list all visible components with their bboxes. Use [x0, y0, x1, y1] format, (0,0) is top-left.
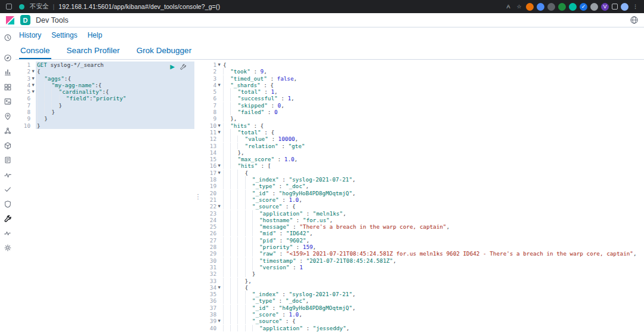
menu-link-history[interactable]: History	[19, 31, 41, 39]
code-row: 7 "skipped" : 0,	[202, 102, 644, 109]
extension-blue-icon[interactable]	[537, 3, 544, 11]
gutter: 25	[202, 223, 222, 230]
fold-caret-icon	[216, 297, 222, 304]
visualize-icon	[4, 68, 12, 76]
fold-caret-icon[interactable]: ▼	[216, 162, 222, 169]
send-request-button[interactable]: ▶	[170, 64, 175, 70]
panel-resizer[interactable]: ⋮	[194, 62, 202, 332]
tab-grok-debugger[interactable]: Grok Debugger	[135, 46, 193, 59]
sidebar-item-canvas[interactable]	[0, 94, 16, 109]
line-number: 1	[202, 62, 216, 68]
sidebar-item-machine-learning[interactable]	[0, 124, 16, 139]
sidebar-item-logs[interactable]	[0, 153, 16, 168]
gutter: 4▼	[16, 82, 36, 88]
menu-link-help[interactable]: Help	[88, 31, 103, 39]
browser-menu-icon[interactable]: ⋮	[631, 3, 639, 11]
fold-caret-icon	[216, 183, 222, 189]
code-line: "_index" : "syslog-2021-07-21",	[222, 176, 644, 183]
line-number: 29	[202, 250, 216, 257]
extension-gray-icon[interactable]	[547, 3, 555, 11]
code-line: "_source" : {	[222, 203, 644, 210]
fold-caret-icon	[30, 102, 36, 109]
extension-lightgray-icon[interactable]	[590, 3, 598, 11]
tab-favicon-dot	[17, 2, 26, 11]
code-row: 29 "raw" : "<159>1 2021-07-21T08:45:24.5…	[202, 250, 644, 257]
fold-caret-icon[interactable]: ▼	[216, 318, 222, 324]
side-panel-icon[interactable]	[5, 2, 13, 11]
line-number: 12	[202, 136, 216, 142]
security-label[interactable]: 不安全	[30, 2, 49, 11]
extension-purple-icon[interactable]: V	[601, 3, 609, 11]
code-row: 33 },	[202, 278, 644, 284]
sidebar-item-uptime[interactable]	[0, 182, 16, 197]
sidebar-item-discover[interactable]	[0, 51, 16, 66]
line-number: 30	[202, 257, 216, 264]
fold-caret-icon[interactable]: ▼	[216, 62, 222, 68]
gutter: 15	[202, 156, 222, 162]
fold-caret-icon	[216, 217, 222, 223]
tab-console[interactable]: Console	[19, 46, 51, 59]
line-number: 33	[202, 278, 216, 284]
fold-caret-icon[interactable]: ▼	[216, 170, 222, 176]
extension-green-icon[interactable]	[558, 3, 566, 11]
kibana-logo-icon[interactable]	[5, 16, 15, 25]
line-number: 20	[202, 190, 216, 196]
fold-caret-icon	[216, 291, 222, 297]
extensions-puzzle-icon[interactable]	[612, 4, 618, 10]
menu-link-settings[interactable]: Settings	[51, 31, 77, 39]
extension-teal-icon[interactable]	[569, 3, 577, 11]
sidebar-item-stack-monitoring[interactable]	[0, 226, 16, 241]
sidebar-item-apm[interactable]	[0, 168, 16, 183]
address-bar[interactable]: 192.168.1.41:5601/app/kibana#/dev_tools/…	[58, 3, 220, 10]
apm-icon	[4, 171, 12, 179]
fold-caret-icon[interactable]: ▼	[216, 284, 222, 291]
sidebar-item-management[interactable]	[0, 241, 16, 256]
fold-caret-icon	[216, 95, 222, 102]
sidebar-item-visualize[interactable]	[0, 65, 16, 80]
dashboard-icon	[4, 83, 12, 91]
globe-icon[interactable]	[630, 16, 639, 24]
fold-caret-icon[interactable]: ▼	[216, 122, 222, 129]
request-editor[interactable]: 1GET syslog-*/_search2▼{3▼ "aggs":{4▼ "m…	[16, 62, 194, 332]
line-number: 18	[202, 176, 216, 183]
code-line: "raw" : "<159>1 2021-07-21T08:45:24.581Z…	[222, 250, 644, 257]
space-badge[interactable]: D	[20, 15, 30, 25]
sidebar-nav-rail	[0, 27, 16, 332]
sync-check-icon[interactable]: ✓	[580, 3, 587, 11]
stack-monitoring-icon	[4, 229, 12, 238]
sidebar-item-siem[interactable]	[0, 197, 16, 212]
sidebar-item-dashboard[interactable]	[0, 80, 16, 95]
sidebar-item-maps[interactable]	[0, 109, 16, 124]
code-line: "total" : 1,	[222, 88, 644, 95]
fold-caret-icon[interactable]: ▼	[30, 82, 36, 88]
code-row: 26 "mid" : "ID642",	[202, 230, 644, 236]
sidebar-item-metrics[interactable]	[0, 139, 16, 153]
fold-caret-icon	[216, 230, 222, 236]
fold-caret-icon[interactable]: ▼	[216, 129, 222, 136]
response-viewer[interactable]: 1▼{2 "took" : 9,3 "timed_out" : false,4▼…	[202, 62, 644, 332]
fold-caret-icon[interactable]: ▼	[30, 68, 36, 75]
fold-caret-icon[interactable]: ▼	[216, 82, 222, 88]
fold-caret-icon	[216, 88, 222, 95]
fold-caret-icon	[216, 223, 222, 230]
gutter: 16▼	[202, 162, 222, 169]
gutter: 37	[202, 305, 222, 311]
fold-caret-icon[interactable]: ▼	[30, 75, 36, 82]
tab-search-profiler[interactable]: Search Profiler	[66, 46, 121, 59]
extension-orange-icon[interactable]	[526, 3, 534, 11]
code-line: "failed" : 0	[222, 109, 644, 115]
fold-caret-icon[interactable]: ▼	[30, 88, 36, 95]
sidebar-item-dev-tools[interactable]	[0, 211, 16, 226]
code-row: 2▼{	[16, 68, 194, 75]
sidebar-item-recently-viewed[interactable]	[0, 30, 16, 45]
fold-caret-icon[interactable]: ▼	[216, 203, 222, 210]
gutter: 2▼	[16, 68, 36, 75]
gutter: 3▼	[16, 75, 36, 82]
profile-avatar[interactable]	[621, 3, 628, 11]
metrics-icon	[4, 142, 12, 150]
code-row: 32 }	[202, 270, 644, 277]
bookmark-star-icon[interactable]: ☆	[515, 3, 523, 11]
translate-icon[interactable]: A	[504, 3, 512, 11]
wrench-icon[interactable]	[179, 63, 187, 70]
code-line: {	[222, 170, 644, 176]
